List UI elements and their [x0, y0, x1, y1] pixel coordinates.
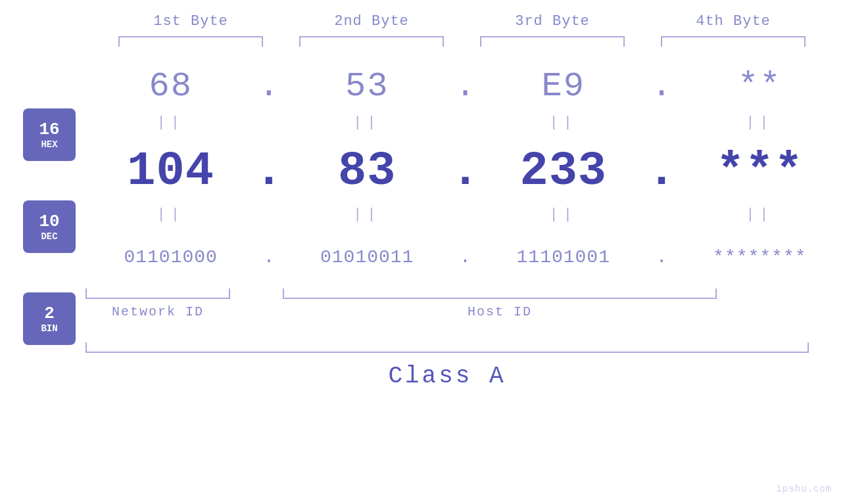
- host-id-label: Host ID: [283, 304, 717, 319]
- class-bracket: [85, 342, 809, 353]
- byte-header-1: 1st Byte: [118, 13, 263, 30]
- network-id-label: Network ID: [85, 304, 230, 319]
- watermark: ipshu.com: [776, 484, 832, 494]
- bin-row: 01101000 . 01010011 . 11101001 .: [85, 231, 845, 283]
- bin-cell-1: 01101000: [99, 247, 243, 267]
- bin-dot-icon-2: .: [460, 247, 471, 267]
- hex-badge: 16 HEX: [23, 108, 76, 161]
- dec-dot-icon-1: .: [254, 145, 283, 198]
- bin-badge: 2 BIN: [23, 292, 76, 345]
- dec-label: DEC: [41, 231, 57, 242]
- bin-dot-2: .: [452, 247, 478, 267]
- bin-value-2: 01010011: [320, 247, 414, 267]
- dec-dot-icon-2: .: [451, 145, 479, 198]
- bin-dot-icon-1: .: [264, 247, 275, 267]
- bin-value-1: 01101000: [124, 247, 217, 267]
- byte-headers: 1st Byte 2nd Byte 3rd Byte 4th Byte: [101, 13, 824, 30]
- bin-cell-4: ********: [687, 247, 832, 267]
- hex-cell-3: E9: [491, 67, 636, 106]
- equals-2-4: ||: [687, 206, 832, 223]
- dec-value-3: 233: [519, 145, 607, 198]
- main-container: 1st Byte 2nd Byte 3rd Byte 4th Byte 16 H…: [0, 0, 845, 504]
- hex-value-2: 53: [345, 67, 389, 106]
- bin-dot-icon-3: .: [656, 247, 667, 267]
- hex-label: HEX: [41, 139, 57, 150]
- equals-1-2: ||: [295, 114, 439, 131]
- equals-row-1: || || || ||: [85, 112, 845, 132]
- equals-2-3: ||: [491, 206, 636, 223]
- bin-dot-3: .: [648, 247, 675, 267]
- label-column: 16 HEX 10 DEC 2 BIN: [0, 108, 85, 345]
- hex-dot-3: .: [648, 67, 675, 106]
- class-bracket-row: [85, 332, 809, 353]
- hex-cell-1: 68: [99, 67, 243, 106]
- hex-cell-4: **: [687, 67, 832, 106]
- equals-1-3: ||: [491, 114, 636, 131]
- bin-label: BIN: [41, 323, 57, 334]
- bracket-gap-1: [230, 288, 256, 299]
- id-labels-row: Network ID Host ID: [85, 304, 845, 319]
- hex-dot-icon-1: .: [258, 67, 279, 106]
- rows-column: 68 . 53 . E9 . **: [85, 57, 845, 390]
- dec-dot-1: .: [256, 145, 282, 198]
- dec-dot-icon-3: .: [647, 145, 675, 198]
- dec-dot-3: .: [648, 145, 675, 198]
- hex-value-4: **: [738, 67, 781, 106]
- equals-2-1: ||: [99, 206, 243, 223]
- bin-cell-2: 01010011: [295, 247, 439, 267]
- hex-dot-icon-2: .: [455, 67, 475, 106]
- hex-value-1: 68: [149, 67, 192, 106]
- bracket-top: [101, 36, 824, 47]
- network-bracket: [85, 288, 230, 299]
- hex-dot-icon-3: .: [651, 67, 671, 106]
- bracket-top-4: [661, 36, 806, 47]
- dec-value-4: ***: [716, 145, 804, 198]
- byte-header-4: 4th Byte: [661, 13, 806, 30]
- dec-row: 104 . 83 . 233 . ***: [85, 139, 845, 204]
- dec-cell-1: 104: [99, 145, 243, 198]
- bracket-top-2: [299, 36, 444, 47]
- dec-value-1: 104: [127, 145, 214, 198]
- equals-1-4: ||: [687, 114, 832, 131]
- dec-badge: 10 DEC: [23, 200, 76, 253]
- equals-2-2: ||: [295, 206, 439, 223]
- dec-number: 10: [39, 212, 59, 231]
- hex-value-3: E9: [542, 67, 585, 106]
- bottom-brackets-row: [85, 288, 845, 299]
- host-bracket: [283, 288, 717, 299]
- equals-row-2: || || || ||: [85, 204, 845, 224]
- dec-cell-2: 83: [295, 145, 439, 198]
- dec-cell-4: ***: [687, 145, 832, 198]
- bracket-top-3: [480, 36, 625, 47]
- bin-value-4: ********: [713, 247, 806, 267]
- hex-dot-1: .: [256, 67, 282, 106]
- hex-cell-2: 53: [295, 67, 439, 106]
- dec-dot-2: .: [452, 145, 478, 198]
- label-gap-1: [230, 304, 256, 319]
- dec-cell-3: 233: [491, 145, 636, 198]
- hex-row: 68 . 53 . E9 . **: [85, 60, 845, 112]
- equals-1-1: ||: [99, 114, 243, 131]
- class-label: Class A: [85, 363, 809, 390]
- hex-dot-2: .: [452, 67, 478, 106]
- byte-header-3: 3rd Byte: [480, 13, 625, 30]
- hex-number: 16: [39, 120, 59, 139]
- bin-number: 2: [44, 304, 55, 323]
- content-area: 16 HEX 10 DEC 2 BIN 68 .: [0, 57, 845, 390]
- bin-cell-3: 11101001: [491, 247, 636, 267]
- bracket-top-1: [118, 36, 263, 47]
- bin-value-3: 11101001: [517, 247, 610, 267]
- dec-value-2: 83: [338, 145, 396, 198]
- bin-dot-1: .: [256, 247, 282, 267]
- byte-header-2: 2nd Byte: [299, 13, 444, 30]
